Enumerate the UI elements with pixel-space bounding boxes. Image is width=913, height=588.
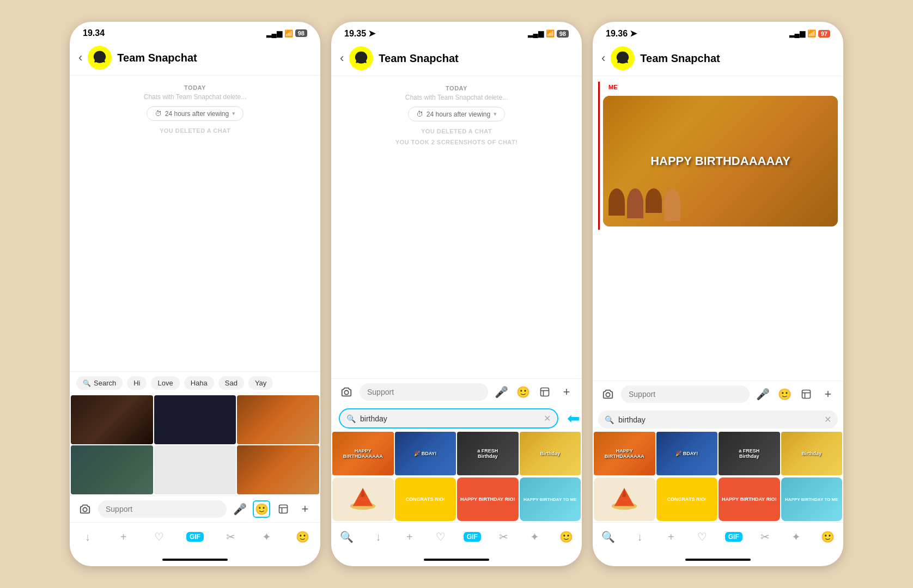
support-input-1[interactable] [98,500,227,518]
wifi-icon-2: 📶 [546,29,555,38]
sticker-2[interactable]: CONGRATS RIO! [395,477,456,521]
sticker-3-4[interactable]: HAPPY BIRTHDAY TO ME [781,477,843,521]
search-chip-icon: 🔍 [83,379,91,387]
action-down-3[interactable]: ↓ [630,527,649,547]
action-heart-1[interactable]: ♡ [149,527,169,547]
chat-name-3: Team Snapchat [640,52,720,65]
action-plus-1[interactable]: + [114,527,133,547]
sticker-3-1[interactable] [594,477,655,521]
birthday-search-2[interactable]: 🔍 ✕ [339,408,558,428]
status-bar-2: 19.35 ➤ ▂▄▆ 📶 98 [331,22,582,42]
camera-icon-1[interactable] [76,500,94,518]
sticker-3[interactable]: HAPPY BIRTHDAY RIO! [457,477,519,521]
plus-icon-2[interactable]: + [558,383,575,401]
gif-results-2: HAPPYBIRTHDAAAAAA 🎉 BDAY! a FRESHBirthda… [331,432,582,475]
chat-header-3: ‹ Team Snapchat [593,42,843,76]
emoji-icon-1[interactable]: 🙂 [253,500,270,518]
action-heart-2[interactable]: ♡ [431,527,451,547]
action-plus-2[interactable]: + [400,527,419,547]
gif-cell-3[interactable] [237,395,319,444]
action-star-3[interactable]: ✦ [787,527,806,547]
mic-icon-1[interactable]: 🎤 [231,500,248,518]
action-search-2[interactable]: 🔍 [337,527,357,547]
action-gif-3[interactable]: GIF [724,527,744,547]
sticker-icon-2[interactable] [536,383,553,401]
search-icon-2: 🔍 [346,414,356,423]
sticker-1[interactable] [332,477,394,521]
svg-point-0 [83,507,87,511]
camera-icon-3[interactable] [599,385,617,403]
main-container: 19.34 ▂▄▆ 📶 98 ‹ Team Snapchat TODAY Cha… [0,0,913,588]
sticker-3-3[interactable]: HAPPY BIRTHDAY RIO! [719,477,780,521]
action-scissors-3[interactable]: ✂ [755,527,775,547]
action-scissors-1[interactable]: ✂ [221,527,241,547]
action-down-2[interactable]: ↓ [368,527,388,547]
support-input-2[interactable] [360,383,488,401]
back-button-1[interactable]: ‹ [78,51,82,65]
action-emoji-1[interactable]: 🙂 [293,527,312,547]
me-label-3: ME [600,82,843,93]
gif-result-3-3[interactable]: a FRESHBirthday [719,432,780,475]
battery-1: 98 [295,29,307,37]
camera-icon-2[interactable] [338,383,355,401]
timer-pill-1[interactable]: ⏱ 24 hours after viewing ▾ [147,106,244,121]
tag-sad[interactable]: Sad [218,376,244,390]
sticker-3-2[interactable]: CONGRATS RIO! [656,477,718,521]
gif-panel-1: 🔍 Search Hi Love Haha Sad Yay [70,371,320,495]
mic-icon-2[interactable]: 🎤 [492,383,510,401]
status-right-1: ▂▄▆ 📶 98 [266,29,307,38]
gif-result-3-2[interactable]: 🎉 BDAY! [656,432,718,475]
action-gif-2[interactable]: GIF [462,527,482,547]
action-gif-1[interactable]: GIF [185,527,205,547]
gif-result-3[interactable]: a FRESHBirthday [457,432,519,475]
sticker-icon-1[interactable] [275,500,292,518]
tag-yay[interactable]: Yay [248,376,273,390]
gif-result-3-4[interactable]: Birthday [781,432,843,475]
action-emoji-3[interactable]: 🙂 [818,527,837,547]
gif-result-2[interactable]: 🎉 BDAY! [395,432,456,475]
action-search-3[interactable]: 🔍 [599,527,618,547]
plus-icon-3[interactable]: + [819,385,837,403]
back-button-3[interactable]: ‹ [601,51,605,65]
action-down-1[interactable]: ↓ [78,527,98,547]
action-star-2[interactable]: ✦ [525,527,545,547]
gif-cell-1[interactable] [71,395,153,444]
gif-cell-2[interactable] [154,395,236,444]
timer-pill-2[interactable]: ⏱ 24 hours after viewing ▾ [408,107,505,121]
support-input-3[interactable] [621,385,750,403]
birthday-search-3[interactable]: 🔍 ✕ [598,411,838,428]
search-chip-1[interactable]: 🔍 Search [76,376,123,390]
gif-result-3-1[interactable]: HAPPYBIRTHDAAAAAA [594,432,655,475]
sticker-icon-3[interactable] [798,385,815,403]
mic-icon-3[interactable]: 🎤 [754,385,771,403]
birthday-input-2[interactable] [360,414,539,423]
action-emoji-2[interactable]: 🙂 [556,527,576,547]
plus-icon-1[interactable]: + [296,500,314,518]
clear-btn-2[interactable]: ✕ [544,413,551,424]
status-bar-3: 19.36 ➤ ▂▄▆ 📶 97 [593,22,843,42]
date-label-2: TODAY [331,85,582,91]
gif-result-1[interactable]: HAPPYBIRTHDAAAAAA [332,432,394,475]
emoji-icon-3[interactable]: 🙂 [776,385,793,403]
gif-badge-2: GIF [464,532,481,542]
action-plus-3[interactable]: + [661,527,681,547]
back-button-2[interactable]: ‹ [340,51,344,65]
action-star-1[interactable]: ✦ [257,527,276,547]
gif-cell-4[interactable] [71,445,153,494]
gif-cell-5[interactable] [154,445,236,494]
tag-haha[interactable]: Haha [184,376,214,390]
clear-btn-3[interactable]: ✕ [824,414,831,425]
gif-cell-6[interactable] [237,445,319,494]
tag-love[interactable]: Love [151,376,179,390]
tag-hi[interactable]: Hi [127,376,147,390]
gif-result-4[interactable]: Birthday [520,432,581,475]
battery-2: 98 [557,30,569,38]
action-heart-3[interactable]: ♡ [692,527,712,547]
bottom-toolbar-1: 🎤 🙂 + [70,495,320,522]
gif-results-3: HAPPYBIRTHDAAAAAA 🎉 BDAY! a FRESHBirthda… [593,432,843,475]
action-scissors-2[interactable]: ✂ [494,527,513,547]
emoji-icon-2[interactable]: 🙂 [514,383,532,401]
sticker-4[interactable]: HAPPY BIRTHDAY TO ME [520,477,581,521]
birthday-input-3[interactable] [618,415,820,424]
battery-3: 97 [818,30,830,38]
